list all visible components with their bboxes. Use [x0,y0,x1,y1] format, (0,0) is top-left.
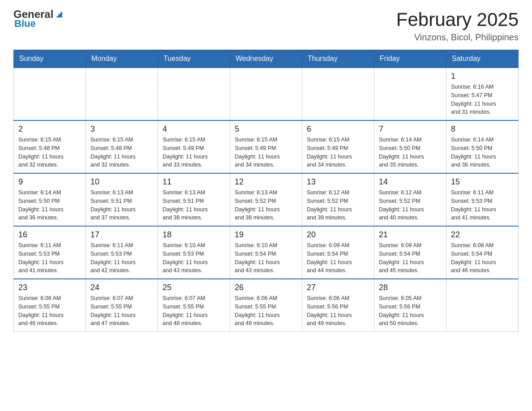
day-info: Sunrise: 6:13 AM Sunset: 5:52 PM Dayligh… [235,188,297,222]
calendar-cell: 24Sunrise: 6:07 AM Sunset: 5:55 PM Dayli… [86,279,158,332]
day-info: Sunrise: 6:16 AM Sunset: 5:47 PM Dayligh… [451,83,514,116]
day-info: Sunrise: 6:14 AM Sunset: 5:50 PM Dayligh… [379,136,442,169]
day-number: 15 [451,177,514,187]
calendar-cell [230,68,302,120]
calendar-day-header: Friday [374,50,446,68]
calendar-week-row: 9Sunrise: 6:14 AM Sunset: 5:50 PM Daylig… [14,173,519,226]
calendar-cell: 4Sunrise: 6:15 AM Sunset: 5:49 PM Daylig… [158,120,230,173]
calendar-cell [158,68,230,120]
day-number: 1 [451,72,514,81]
day-number: 19 [235,230,297,240]
calendar-cell: 16Sunrise: 6:11 AM Sunset: 5:53 PM Dayli… [14,226,86,279]
calendar-cell: 20Sunrise: 6:09 AM Sunset: 5:54 PM Dayli… [302,226,374,279]
calendar-cell: 25Sunrise: 6:07 AM Sunset: 5:55 PM Dayli… [158,279,230,332]
calendar-cell: 13Sunrise: 6:12 AM Sunset: 5:52 PM Dayli… [302,173,374,226]
day-number: 24 [90,283,153,292]
day-info: Sunrise: 6:06 AM Sunset: 5:56 PM Dayligh… [307,294,369,328]
day-info: Sunrise: 6:11 AM Sunset: 5:53 PM Dayligh… [90,241,153,275]
calendar-cell: 3Sunrise: 6:15 AM Sunset: 5:48 PM Daylig… [86,120,158,173]
calendar-week-row: 1Sunrise: 6:16 AM Sunset: 5:47 PM Daylig… [14,68,519,120]
page-header: General Blue February 2025 Vinzons, Bico… [13,9,519,43]
calendar-day-header: Wednesday [230,50,302,68]
day-info: Sunrise: 6:08 AM Sunset: 5:54 PM Dayligh… [451,241,514,275]
calendar-cell [86,68,158,120]
day-info: Sunrise: 6:15 AM Sunset: 5:48 PM Dayligh… [18,136,81,169]
day-info: Sunrise: 6:13 AM Sunset: 5:51 PM Dayligh… [90,188,153,222]
calendar-cell: 8Sunrise: 6:14 AM Sunset: 5:50 PM Daylig… [446,120,519,173]
calendar-cell: 12Sunrise: 6:13 AM Sunset: 5:52 PM Dayli… [230,173,302,226]
calendar-cell: 26Sunrise: 6:06 AM Sunset: 5:55 PM Dayli… [230,279,302,332]
calendar-day-header: Tuesday [158,50,230,68]
calendar-cell: 2Sunrise: 6:15 AM Sunset: 5:48 PM Daylig… [14,120,86,173]
day-number: 20 [307,230,369,240]
calendar-cell: 1Sunrise: 6:16 AM Sunset: 5:47 PM Daylig… [446,68,519,120]
day-info: Sunrise: 6:14 AM Sunset: 5:50 PM Dayligh… [451,136,514,169]
day-number: 16 [18,230,81,240]
calendar-cell [446,279,519,332]
calendar-cell: 10Sunrise: 6:13 AM Sunset: 5:51 PM Dayli… [86,173,158,226]
calendar-table: SundayMondayTuesdayWednesdayThursdayFrid… [13,50,519,332]
calendar-cell: 27Sunrise: 6:06 AM Sunset: 5:56 PM Dayli… [302,279,374,332]
day-info: Sunrise: 6:12 AM Sunset: 5:52 PM Dayligh… [379,188,442,222]
calendar-cell: 9Sunrise: 6:14 AM Sunset: 5:50 PM Daylig… [14,173,86,226]
calendar-cell: 19Sunrise: 6:10 AM Sunset: 5:54 PM Dayli… [230,226,302,279]
day-number: 3 [90,124,153,134]
day-info: Sunrise: 6:15 AM Sunset: 5:49 PM Dayligh… [235,136,297,169]
day-number: 7 [379,124,442,134]
calendar-week-row: 2Sunrise: 6:15 AM Sunset: 5:48 PM Daylig… [14,120,519,173]
day-info: Sunrise: 6:09 AM Sunset: 5:54 PM Dayligh… [307,241,369,275]
day-info: Sunrise: 6:15 AM Sunset: 5:49 PM Dayligh… [163,136,225,169]
day-number: 5 [235,124,297,134]
day-info: Sunrise: 6:06 AM Sunset: 5:55 PM Dayligh… [235,294,297,328]
calendar-cell: 17Sunrise: 6:11 AM Sunset: 5:53 PM Dayli… [86,226,158,279]
day-number: 8 [451,124,514,134]
calendar-cell [14,68,86,120]
calendar-cell [302,68,374,120]
day-info: Sunrise: 6:10 AM Sunset: 5:54 PM Dayligh… [235,241,297,275]
day-number: 21 [379,230,442,240]
calendar-cell: 21Sunrise: 6:09 AM Sunset: 5:54 PM Dayli… [374,226,446,279]
calendar-day-header: Sunday [14,50,86,68]
day-number: 18 [163,230,225,240]
day-number: 12 [235,177,297,187]
day-number: 14 [379,177,442,187]
day-number: 22 [451,230,514,240]
calendar-cell: 15Sunrise: 6:11 AM Sunset: 5:53 PM Dayli… [446,173,519,226]
calendar-title: February 2025 [396,9,519,30]
title-section: February 2025 Vinzons, Bicol, Philippine… [396,9,519,43]
day-info: Sunrise: 6:09 AM Sunset: 5:54 PM Dayligh… [379,241,442,275]
calendar-cell: 6Sunrise: 6:15 AM Sunset: 5:49 PM Daylig… [302,120,374,173]
day-info: Sunrise: 6:07 AM Sunset: 5:55 PM Dayligh… [163,294,225,328]
day-number: 6 [307,124,369,134]
calendar-cell [374,68,446,120]
calendar-cell: 5Sunrise: 6:15 AM Sunset: 5:49 PM Daylig… [230,120,302,173]
day-info: Sunrise: 6:15 AM Sunset: 5:48 PM Dayligh… [90,136,153,169]
day-number: 26 [235,283,297,292]
day-info: Sunrise: 6:12 AM Sunset: 5:52 PM Dayligh… [307,188,369,222]
day-info: Sunrise: 6:05 AM Sunset: 5:56 PM Dayligh… [379,294,442,328]
day-info: Sunrise: 6:08 AM Sunset: 5:55 PM Dayligh… [18,294,81,328]
day-number: 27 [307,283,369,292]
calendar-cell: 14Sunrise: 6:12 AM Sunset: 5:52 PM Dayli… [374,173,446,226]
calendar-cell: 23Sunrise: 6:08 AM Sunset: 5:55 PM Dayli… [14,279,86,332]
calendar-cell: 28Sunrise: 6:05 AM Sunset: 5:56 PM Dayli… [374,279,446,332]
calendar-subtitle: Vinzons, Bicol, Philippines [396,32,519,43]
calendar-header-row: SundayMondayTuesdayWednesdayThursdayFrid… [14,50,519,68]
day-info: Sunrise: 6:13 AM Sunset: 5:51 PM Dayligh… [163,188,225,222]
day-number: 28 [379,283,442,292]
calendar-week-row: 16Sunrise: 6:11 AM Sunset: 5:53 PM Dayli… [14,226,519,279]
calendar-week-row: 23Sunrise: 6:08 AM Sunset: 5:55 PM Dayli… [14,279,519,332]
calendar-cell: 22Sunrise: 6:08 AM Sunset: 5:54 PM Dayli… [446,226,519,279]
logo: General Blue [13,9,64,29]
day-number: 13 [307,177,369,187]
day-info: Sunrise: 6:11 AM Sunset: 5:53 PM Dayligh… [451,188,514,222]
day-number: 11 [163,177,225,187]
day-info: Sunrise: 6:07 AM Sunset: 5:55 PM Dayligh… [90,294,153,328]
day-number: 4 [163,124,225,134]
logo-blue-text: Blue [14,19,36,29]
calendar-cell: 18Sunrise: 6:10 AM Sunset: 5:53 PM Dayli… [158,226,230,279]
calendar-day-header: Monday [86,50,158,68]
day-info: Sunrise: 6:10 AM Sunset: 5:53 PM Dayligh… [163,241,225,275]
day-info: Sunrise: 6:11 AM Sunset: 5:53 PM Dayligh… [18,241,81,275]
calendar-day-header: Thursday [302,50,374,68]
